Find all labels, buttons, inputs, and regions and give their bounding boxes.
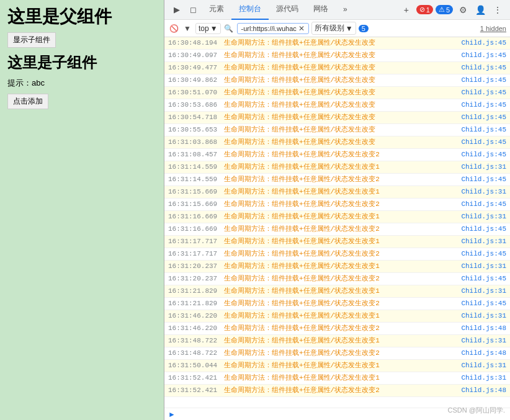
warn-icon: ⚠ xyxy=(439,6,445,14)
add-button[interactable]: 点击添加 xyxy=(7,94,48,109)
tab-elements[interactable]: 元素 xyxy=(202,0,231,20)
log-timestamp: 16:30:49.097 xyxy=(168,50,224,61)
settings-icon[interactable]: ⚙ xyxy=(455,2,470,17)
log-row: 16:30:53.686 生命周期方法：组件挂载+任意属性/状态发生改变Chil… xyxy=(164,99,510,112)
context-filter[interactable]: top ▼ xyxy=(195,23,221,34)
log-row: 16:31:21.829 生命周期方法：组件挂载+任意属性/状态发生改变1Chi… xyxy=(164,285,510,298)
log-source[interactable]: Child.js:31 xyxy=(461,373,506,383)
log-row: 16:31:21.829 生命周期方法：组件挂载+任意属性/状态发生改变2Chi… xyxy=(164,298,510,310)
add-tab-button[interactable]: + xyxy=(399,2,414,17)
hidden-messages[interactable]: 1 hidden xyxy=(480,25,506,32)
url-filter[interactable]: -url:https://i.wuhac ✕ xyxy=(237,23,309,34)
log-message: 生命周期方法：组件挂载+任意属性/状态发生改变1 xyxy=(224,360,461,371)
log-source[interactable]: Child.js:31 xyxy=(461,236,506,247)
devtools-panel: ▶ ◻ 元素 控制台 源代码 网络 » + ⊘ 1 ⚠ 5 ⚙ 👤 ⋮ 🚫 ▼ xyxy=(164,0,510,420)
log-row: 16:30:55.653 生命周期方法：组件挂载+任意属性/状态发生改变Chil… xyxy=(164,124,510,136)
log-source[interactable]: Child.js:31 xyxy=(461,162,506,172)
inspect-icon[interactable]: ▶ xyxy=(169,2,184,17)
log-source[interactable]: Child.js:45 xyxy=(461,112,506,123)
console-log-area[interactable]: 16:30:48.194 生命周期方法：组件挂载+任意属性/状态发生改变Chil… xyxy=(164,37,510,408)
log-row: 16:31:16.669 生命周期方法：组件挂载+任意属性/状态发生改变2Chi… xyxy=(164,223,510,236)
log-message: 生命周期方法：组件挂载+任意属性/状态发生改变1 xyxy=(224,212,461,222)
log-row: 16:31:46.220 生命周期方法：组件挂载+任意属性/状态发生改变2Chi… xyxy=(164,323,510,335)
log-source[interactable]: Child.js:45 xyxy=(461,100,506,110)
log-source[interactable]: Child.js:31 xyxy=(461,311,506,321)
log-source[interactable]: Child.js:45 xyxy=(461,50,506,61)
log-source[interactable]: Child.js:45 xyxy=(461,38,506,48)
log-row: 16:31:20.237 生命周期方法：组件挂载+任意属性/状态发生改变2Chi… xyxy=(164,273,510,285)
url-filter-close-icon[interactable]: ✕ xyxy=(298,24,305,33)
level-arrow-icon: ▼ xyxy=(346,24,353,33)
hint-text: 提示：abc xyxy=(7,78,156,89)
log-row: 16:31:16.669 生命周期方法：组件挂载+任意属性/状态发生改变1Chi… xyxy=(164,211,510,223)
log-row: 16:30:51.070 生命周期方法：组件挂载+任意属性/状态发生改变Chil… xyxy=(164,87,510,99)
log-message: 生命周期方法：组件挂载+任意属性/状态发生改变1 xyxy=(224,187,461,197)
log-timestamp: 16:30:53.686 xyxy=(168,100,224,110)
log-row: 16:31:46.220 生命周期方法：组件挂载+任意属性/状态发生改变1Chi… xyxy=(164,310,510,323)
log-source[interactable]: Child.js:31 xyxy=(461,187,506,197)
prompt-arrow-icon: ► xyxy=(168,410,176,419)
log-timestamp: 16:30:55.653 xyxy=(168,125,224,135)
log-source[interactable]: Child.js:48 xyxy=(461,385,506,396)
filter-icon[interactable]: ▼ xyxy=(182,23,193,34)
log-row: 16:31:48.722 生命周期方法：组件挂载+任意属性/状态发生改变2Chi… xyxy=(164,347,510,360)
error-icon: ⊘ xyxy=(419,6,425,14)
log-row: 16:31:17.717 生命周期方法：组件挂载+任意属性/状态发生改变1Chi… xyxy=(164,236,510,248)
log-source[interactable]: Child.js:31 xyxy=(461,261,506,272)
log-row: 16:31:17.717 生命周期方法：组件挂载+任意属性/状态发生改变2Chi… xyxy=(164,248,510,261)
log-message: 生命周期方法：组件挂载+任意属性/状态发生改变1 xyxy=(224,162,461,172)
log-source[interactable]: Child.js:45 xyxy=(461,87,506,98)
profile-icon[interactable]: 👤 xyxy=(473,2,488,17)
show-child-button[interactable]: 显示子组件 xyxy=(7,32,56,48)
log-source[interactable]: Child.js:45 xyxy=(461,150,506,160)
log-source[interactable]: Child.js:45 xyxy=(461,63,506,73)
log-source[interactable]: Child.js:45 xyxy=(461,274,506,284)
log-timestamp: 16:31:21.829 xyxy=(168,286,224,297)
log-message: 生命周期方法：组件挂载+任意属性/状态发生改变1 xyxy=(224,286,461,297)
log-timestamp: 16:31:15.669 xyxy=(168,199,224,210)
search-toggle-icon[interactable]: 🔍 xyxy=(223,23,235,34)
log-source[interactable]: Child.js:45 xyxy=(461,174,506,185)
log-source[interactable]: Child.js:45 xyxy=(461,199,506,210)
log-timestamp: 16:31:08.457 xyxy=(168,150,224,160)
log-source[interactable]: Child.js:31 xyxy=(461,212,506,222)
log-timestamp: 16:31:16.669 xyxy=(168,224,224,235)
log-timestamp: 16:30:49.862 xyxy=(168,75,224,86)
log-source[interactable]: Child.js:48 xyxy=(461,348,506,359)
tab-sources[interactable]: 源代码 xyxy=(269,0,306,20)
log-row: 16:31:14.559 生命周期方法：组件挂载+任意属性/状态发生改变1Chi… xyxy=(164,161,510,174)
log-message: 生命周期方法：组件挂载+任意属性/状态发生改变 xyxy=(224,50,461,61)
log-timestamp: 16:31:16.669 xyxy=(168,212,224,222)
tab-console[interactable]: 控制台 xyxy=(231,0,269,20)
log-message: 生命周期方法：组件挂载+任意属性/状态发生改变2 xyxy=(224,348,461,359)
log-source[interactable]: Child.js:45 xyxy=(461,249,506,259)
log-source[interactable]: Child.js:31 xyxy=(461,286,506,297)
log-timestamp: 16:31:52.421 xyxy=(168,373,224,383)
log-row: 16:31:15.669 生命周期方法：组件挂载+任意属性/状态发生改变1Chi… xyxy=(164,186,510,199)
log-message: 生命周期方法：组件挂载+任意属性/状态发生改变1 xyxy=(224,336,461,346)
warn-badge: ⚠ 5 xyxy=(436,5,453,14)
log-message: 生命周期方法：组件挂载+任意属性/状态发生改变 xyxy=(224,75,461,86)
log-message: 生命周期方法：组件挂载+任意属性/状态发生改变 xyxy=(224,112,461,123)
more-icon[interactable]: ⋮ xyxy=(490,2,505,17)
device-icon[interactable]: ◻ xyxy=(186,2,200,17)
log-message: 生命周期方法：组件挂载+任意属性/状态发生改变1 xyxy=(224,261,461,272)
log-source[interactable]: Child.js:45 xyxy=(461,125,506,135)
log-source[interactable]: Child.js:45 xyxy=(461,224,506,235)
log-source[interactable]: Child.js:31 xyxy=(461,360,506,371)
log-timestamp: 16:31:48.722 xyxy=(168,336,224,346)
tab-more[interactable]: » xyxy=(336,0,355,20)
log-row: 16:31:52.421 生命周期方法：组件挂载+任意属性/状态发生改变2Chi… xyxy=(164,385,510,397)
log-source[interactable]: Child.js:31 xyxy=(461,336,506,346)
toolbar-right: + ⊘ 1 ⚠ 5 ⚙ 👤 ⋮ xyxy=(399,2,505,17)
clear-console-icon[interactable]: 🚫 xyxy=(168,23,179,34)
log-source[interactable]: Child.js:48 xyxy=(461,323,506,334)
level-filter[interactable]: 所有级别 ▼ xyxy=(311,22,356,35)
log-row: 16:31:08.457 生命周期方法：组件挂载+任意属性/状态发生改变2Chi… xyxy=(164,149,510,161)
devtools-tabs: 元素 控制台 源代码 网络 » xyxy=(202,0,398,20)
log-source[interactable]: Child.js:45 xyxy=(461,75,506,86)
log-source[interactable]: Child.js:45 xyxy=(461,137,506,148)
devtools-toolbar: ▶ ◻ 元素 控制台 源代码 网络 » + ⊘ 1 ⚠ 5 ⚙ 👤 ⋮ xyxy=(164,0,510,20)
tab-network[interactable]: 网络 xyxy=(306,0,336,20)
log-source[interactable]: Child.js:45 xyxy=(461,298,506,309)
